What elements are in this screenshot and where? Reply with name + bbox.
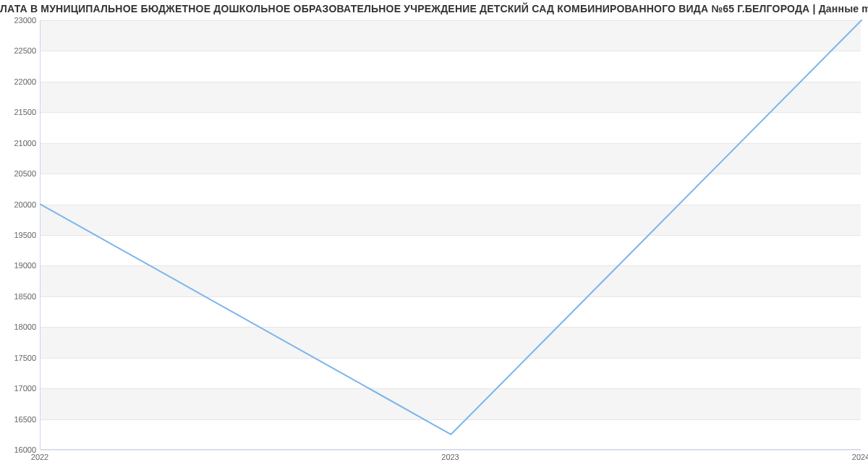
y-axis-tick: 21500 — [4, 108, 36, 116]
data-line — [41, 20, 861, 435]
y-axis-tick: 16500 — [4, 415, 36, 424]
grid-line — [41, 450, 861, 450]
chart-title: ЛАТА В МУНИЦИПАЛЬНОЕ БЮДЖЕТНОЕ ДОШКОЛЬНО… — [0, 3, 868, 14]
y-axis-tick: 22500 — [4, 46, 36, 55]
y-axis-tick: 20000 — [4, 200, 36, 209]
x-axis-tick: 2023 — [441, 453, 459, 461]
y-axis-tick: 17000 — [4, 384, 36, 393]
y-axis-tick: 17500 — [4, 354, 36, 362]
y-axis-tick: 19500 — [4, 231, 36, 239]
y-axis-tick: 18500 — [4, 292, 36, 301]
y-axis-tick: 20500 — [4, 169, 36, 178]
chart-container: ЛАТА В МУНИЦИПАЛЬНОЕ БЮДЖЕТНОЕ ДОШКОЛЬНО… — [0, 0, 868, 470]
y-axis-tick: 21000 — [4, 139, 36, 148]
x-axis-tick: 2024 — [852, 453, 868, 461]
plot-area — [40, 20, 861, 450]
y-axis-tick: 23000 — [4, 16, 36, 25]
line-series — [41, 20, 861, 449]
y-axis-tick: 19000 — [4, 261, 36, 270]
y-axis-tick: 18000 — [4, 322, 36, 331]
y-axis-tick: 22000 — [4, 77, 36, 86]
x-axis-tick: 2022 — [31, 453, 48, 461]
